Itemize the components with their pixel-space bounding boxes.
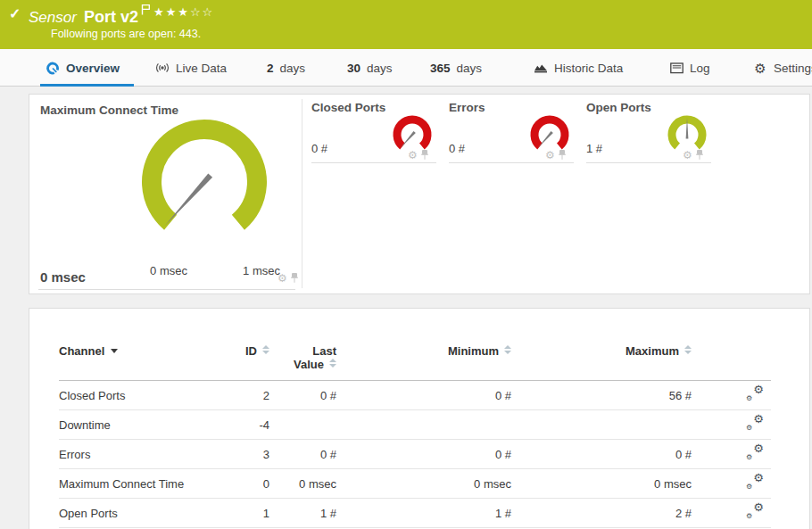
- priority-stars[interactable]: ★★★☆☆: [153, 5, 214, 19]
- column-header-last-value[interactable]: LastValue: [269, 339, 336, 381]
- mini-gauge-actions[interactable]: ⚙: [683, 149, 704, 161]
- main-gauge-value: 0 msec: [40, 269, 86, 285]
- mini-gauge-errors: Errors 0 # ⚙: [449, 95, 574, 168]
- channel-minimum: 1 #: [336, 499, 511, 528]
- tab-log[interactable]: Log: [664, 49, 716, 87]
- sensor-title: Port v2: [84, 8, 138, 26]
- channel-minimum: 0 #: [336, 381, 511, 410]
- table-row: Closed Ports 2 0 # 0 # 56 # ⚙⚙: [59, 381, 771, 410]
- channel-name[interactable]: Open Ports: [59, 499, 197, 528]
- channel-last-value: 0 msec: [269, 469, 336, 499]
- column-header-maximum[interactable]: Maximum: [511, 339, 692, 381]
- pin-icon[interactable]: [290, 272, 299, 284]
- sort-icon: [504, 345, 511, 354]
- chevron-down-icon: [111, 349, 118, 353]
- column-header-id[interactable]: ID: [197, 339, 269, 381]
- tab-2-days[interactable]: 2days: [261, 49, 311, 87]
- main-gauge-scale-min: 0 msec: [144, 264, 194, 277]
- mini-gauge-value: 1 #: [586, 142, 602, 155]
- channel-maximum: 56 #: [511, 381, 692, 410]
- channel-settings-icon[interactable]: ⚙⚙: [746, 415, 764, 432]
- tab-365-days[interactable]: 365days: [425, 49, 487, 87]
- sensor-status-banner: ✓ SensorPort v2 ★★★☆☆ Following ports ar…: [0, 0, 812, 49]
- gear-icon[interactable]: ⚙: [545, 150, 555, 161]
- main-gauge-title: Maximum Connect Time: [40, 103, 178, 117]
- channel-settings-icon[interactable]: ⚙⚙: [746, 503, 764, 520]
- tab-live-data[interactable]: Live Data: [150, 49, 232, 87]
- channel-maximum: 0 msec: [511, 469, 692, 499]
- channel-maximum: 2 #: [511, 499, 692, 528]
- table-row: Downtime -4 ⚙⚙: [59, 410, 771, 440]
- tab-label: days: [367, 62, 393, 75]
- table-row: Maximum Connect Time 0 0 msec 0 msec 0 m…: [59, 469, 771, 499]
- tab-overview[interactable]: Overview: [40, 49, 134, 87]
- channel-settings-icon[interactable]: ⚙⚙: [746, 385, 764, 402]
- channel-last-value: 0 #: [269, 440, 336, 469]
- mini-gauge-open-ports: Open Ports 1 # ⚙: [586, 95, 711, 168]
- gauges-card: Maximum Connect Time 0 msec 1 msec 0 mse…: [29, 94, 810, 294]
- channel-name[interactable]: Downtime: [59, 410, 197, 440]
- gear-icon[interactable]: ⚙: [683, 150, 692, 161]
- channel-name[interactable]: Closed Ports: [59, 381, 197, 410]
- channel-id: 3: [197, 440, 269, 469]
- channel-id: 0: [197, 469, 269, 499]
- tab-label: Overview: [66, 62, 120, 75]
- tab-30-days[interactable]: 30days: [342, 49, 398, 87]
- tab-bar: Overview Live Data 2days 30days 365days …: [0, 49, 812, 87]
- tab-label: days: [457, 62, 483, 75]
- mini-gauge-title: Open Ports: [586, 101, 651, 114]
- channel-id: -4: [197, 410, 269, 440]
- gear-icon: ⚙: [753, 61, 767, 75]
- channel-maximum: [511, 410, 692, 440]
- status-ok-check-icon: ✓: [9, 5, 21, 22]
- prtg-sensor-page: ✓ SensorPort v2 ★★★☆☆ Following ports ar…: [0, 0, 812, 529]
- channel-minimum: 0 #: [336, 440, 511, 469]
- main-gauge-chart: [133, 118, 276, 234]
- pin-icon[interactable]: [420, 149, 429, 161]
- channel-id: 2: [197, 381, 269, 410]
- gear-icon[interactable]: ⚙: [278, 273, 287, 284]
- mini-gauge-closed-ports: Closed Ports 0 # ⚙: [311, 95, 436, 168]
- channel-maximum: 0 #: [511, 440, 692, 469]
- live-data-icon: [155, 61, 170, 75]
- divider: [311, 162, 436, 163]
- sensor-type-label: Sensor: [29, 9, 77, 26]
- sort-icon: [262, 345, 269, 354]
- mini-gauge-value: 0 #: [449, 142, 465, 155]
- tab-label: Historic Data: [554, 62, 623, 75]
- channels-card: Channel ID LastValue Minimum Maximum Clo…: [29, 308, 810, 529]
- divider: [302, 99, 302, 288]
- table-row: Errors 3 0 # 0 # 0 # ⚙⚙: [59, 440, 771, 469]
- pin-icon[interactable]: [695, 149, 704, 161]
- mini-gauge-actions[interactable]: ⚙: [545, 149, 567, 161]
- gear-icon[interactable]: ⚙: [408, 150, 418, 161]
- channel-settings-icon[interactable]: ⚙⚙: [746, 444, 764, 461]
- gauge-icon: [46, 61, 60, 75]
- log-list-icon: [669, 61, 684, 75]
- channel-settings-icon[interactable]: ⚙⚙: [746, 474, 764, 491]
- channels-table: Channel ID LastValue Minimum Maximum Clo…: [59, 339, 771, 528]
- mini-gauge-title: Closed Ports: [311, 101, 385, 114]
- table-header-row: Channel ID LastValue Minimum Maximum: [59, 339, 771, 381]
- sort-icon: [684, 345, 692, 354]
- channel-last-value: 0 #: [269, 381, 336, 410]
- channel-minimum: 0 msec: [336, 469, 511, 499]
- tab-label: Settings: [774, 62, 812, 75]
- main-gauge-actions[interactable]: ⚙: [278, 272, 299, 284]
- pin-icon[interactable]: [558, 149, 567, 161]
- mini-gauge-actions[interactable]: ⚙: [408, 149, 429, 161]
- tab-settings[interactable]: ⚙ Settings: [748, 49, 812, 87]
- column-header-actions: [692, 339, 771, 381]
- table-row: Open Ports 1 1 # 1 # 2 # ⚙⚙: [59, 499, 771, 528]
- tab-historic-data[interactable]: Historic Data: [528, 49, 628, 87]
- channel-name[interactable]: Errors: [59, 440, 197, 469]
- flag-icon: [141, 3, 151, 19]
- column-header-channel[interactable]: Channel: [59, 339, 197, 381]
- tab-label: Live Data: [176, 62, 227, 75]
- divider: [449, 162, 574, 163]
- column-header-minimum[interactable]: Minimum: [336, 339, 511, 381]
- gauge-needle: [165, 174, 212, 227]
- channel-last-value: [269, 410, 336, 440]
- mini-gauge-title: Errors: [449, 101, 485, 114]
- channel-name[interactable]: Maximum Connect Time: [59, 469, 197, 499]
